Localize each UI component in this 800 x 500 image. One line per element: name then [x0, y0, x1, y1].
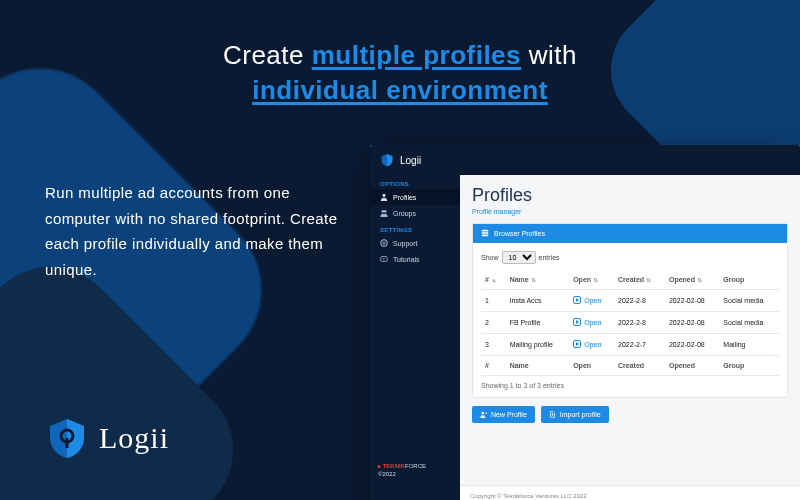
copyright-text: Copyright © Teknikforce Ventures LLC 202… — [470, 493, 587, 499]
svg-rect-8 — [482, 230, 488, 232]
app-window: Logii OPTIONS Profiles Groups SETTINGS — [370, 145, 800, 500]
svg-point-11 — [481, 412, 484, 415]
cell-name: FB Profile — [506, 312, 570, 334]
sort-icon: ⇅ — [697, 277, 702, 283]
sort-icon: ⇅ — [531, 277, 536, 283]
button-label: Import profile — [560, 411, 601, 418]
sort-icon: ⇅ — [593, 277, 598, 283]
play-icon — [573, 296, 581, 304]
cell-name: Mailing profile — [506, 334, 570, 356]
logii-shield-icon — [380, 153, 394, 167]
col-open-foot: Open — [569, 356, 614, 376]
marketing-slide: Create multiple profiles with individual… — [0, 0, 800, 500]
label-text: Show — [481, 254, 499, 261]
main-content: Profiles Profile manager Browser Profile… — [460, 175, 800, 485]
film-icon — [380, 255, 388, 263]
svg-point-3 — [382, 210, 385, 213]
svg-rect-10 — [482, 235, 488, 237]
cell-opened: 2022-02-08 — [665, 312, 719, 334]
col-opened-foot: Opened — [665, 356, 719, 376]
open-profile-link[interactable]: Open — [573, 318, 601, 326]
sidebar-item-profiles[interactable]: Profiles — [370, 189, 460, 205]
cell-group: Social media — [719, 290, 779, 312]
headline: Create multiple profiles with individual… — [0, 38, 800, 108]
brand-lockup: Logii — [45, 416, 169, 460]
app-footer: Copyright © Teknikforce Ventures LLC 202… — [460, 485, 800, 500]
col-group[interactable]: Group — [719, 270, 779, 290]
cell-open: Open — [569, 312, 614, 334]
cell-created: 2022-2-7 — [614, 334, 665, 356]
label-text: entries — [539, 254, 560, 261]
page-length-control: Show 10 entries — [481, 251, 779, 264]
table-row: 3Mailing profileOpen2022-2-72022-02-08Ma… — [481, 334, 779, 356]
titlebar-title: Logii — [400, 155, 421, 166]
cell-created: 2022-2-8 — [614, 290, 665, 312]
headline-text: with — [521, 40, 577, 70]
action-buttons: New Profile Import profile — [472, 406, 788, 423]
open-profile-link[interactable]: Open — [573, 296, 601, 304]
headline-emphasis: multiple profiles — [312, 40, 521, 70]
cell-group: Social media — [719, 312, 779, 334]
svg-point-6 — [383, 242, 385, 244]
col-name-foot: Name — [506, 356, 570, 376]
headline-text: Create — [223, 40, 312, 70]
button-label: New Profile — [491, 411, 527, 418]
sidebar-group-label: SETTINGS — [370, 221, 460, 235]
sidebar-footer: ▸ TEKNIKFORCE ©2022 — [370, 457, 460, 485]
cell-opened: 2022-02-08 — [665, 290, 719, 312]
sort-icon: ⇅ — [646, 277, 651, 283]
cell-idx: 3 — [481, 334, 506, 356]
sidebar-item-groups[interactable]: Groups — [370, 205, 460, 221]
brand-name: Logii — [99, 421, 169, 455]
sidebar-item-support[interactable]: Support — [370, 235, 460, 251]
cell-open: Open — [569, 290, 614, 312]
cell-open: Open — [569, 334, 614, 356]
sidebar-item-label: Groups — [393, 210, 416, 217]
new-profile-button[interactable]: New Profile — [472, 406, 535, 423]
sidebar-footer-bg — [370, 485, 460, 500]
sidebar-group-label: OPTIONS — [370, 175, 460, 189]
cell-idx: 1 — [481, 290, 506, 312]
col-created[interactable]: Created⇅ — [614, 270, 665, 290]
page-title: Profiles — [472, 185, 788, 206]
col-group-foot: Group — [719, 356, 779, 376]
svg-point-5 — [381, 240, 387, 246]
play-icon — [573, 318, 581, 326]
sidebar-item-label: Support — [393, 240, 418, 247]
logii-shield-icon — [45, 416, 89, 460]
import-profile-button[interactable]: Import profile — [541, 406, 609, 423]
col-open[interactable]: Open⇅ — [569, 270, 614, 290]
browser-profiles-panel: Browser Profiles Show 10 entries #▲ — [472, 223, 788, 398]
col-created-foot: Created — [614, 356, 665, 376]
user-icon — [380, 193, 388, 201]
sort-asc-icon: ▲ — [491, 277, 497, 283]
titlebar: Logii — [370, 145, 800, 175]
panel-body: Show 10 entries #▲ Name⇅ Open⇅ Cr — [473, 243, 787, 397]
body-copy: Run multiple ad accounts from one comput… — [45, 180, 345, 282]
svg-rect-1 — [66, 438, 69, 448]
page-length-select[interactable]: 10 — [502, 251, 536, 264]
col-opened[interactable]: Opened⇅ — [665, 270, 719, 290]
svg-point-2 — [382, 194, 385, 197]
cell-idx: 2 — [481, 312, 506, 334]
cell-name: Insta Accs — [506, 290, 570, 312]
svg-point-4 — [384, 210, 387, 213]
sidebar: OPTIONS Profiles Groups SETTINGS Support — [370, 175, 460, 485]
life-ring-icon — [380, 239, 388, 247]
sidebar-item-label: Tutorials — [393, 256, 420, 263]
cell-created: 2022-2-8 — [614, 312, 665, 334]
user-plus-icon — [480, 411, 487, 418]
open-profile-link[interactable]: Open — [573, 340, 601, 348]
panel-title: Browser Profiles — [494, 230, 545, 237]
page-subtitle: Profile manager — [472, 208, 788, 215]
table-row: 2FB ProfileOpen2022-2-82022-02-08Social … — [481, 312, 779, 334]
col-idx[interactable]: #▲ — [481, 270, 506, 290]
sidebar-item-tutorials[interactable]: Tutorials — [370, 251, 460, 267]
users-icon — [380, 209, 388, 217]
list-icon — [481, 229, 489, 238]
col-name[interactable]: Name⇅ — [506, 270, 570, 290]
vendor-logo-text: ▸ TEKNIKFORCE — [378, 463, 426, 469]
svg-rect-9 — [482, 232, 488, 234]
table-info: Showing 1 to 3 of 3 entries — [481, 382, 779, 389]
cell-opened: 2022-02-08 — [665, 334, 719, 356]
